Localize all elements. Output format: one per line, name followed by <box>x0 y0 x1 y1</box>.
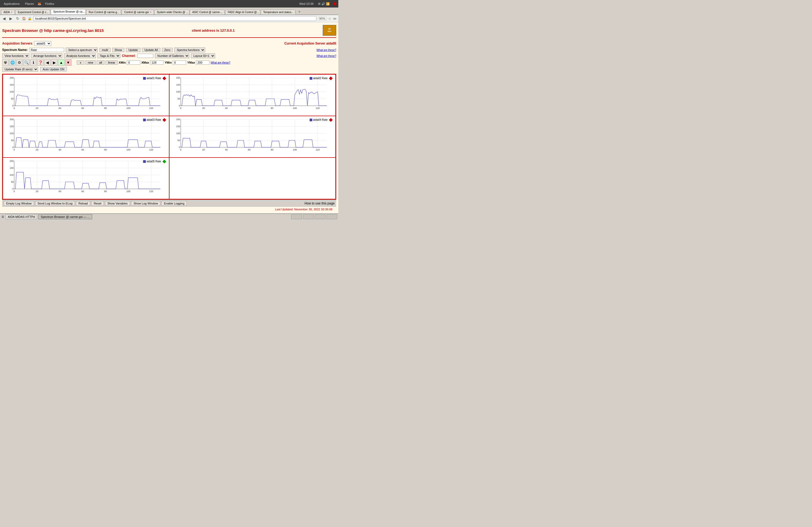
current-server-label: Current Acquisition Server aida05 <box>284 42 336 45</box>
what-are-these-3[interactable]: What are these? <box>211 61 230 64</box>
desktop-icon: 🖥 <box>1 215 4 219</box>
tab-close-aida[interactable]: × <box>11 11 12 14</box>
tab-temperature[interactable]: Temperature and status... × <box>261 10 296 15</box>
x-button[interactable]: x <box>77 60 84 65</box>
tags-fits-dropdown[interactable]: Tags & Fits <box>98 54 120 58</box>
tab-experiment-control[interactable]: Experiment Control @ c... × <box>15 10 50 15</box>
globe-icon-btn[interactable]: 🌐 <box>9 59 16 66</box>
taskbar-bottom: 🖥 AIDA MIDAS HTTPd Spectrum Browser @ ca… <box>0 213 338 220</box>
show-button[interactable]: Show <box>112 48 125 52</box>
update-button[interactable]: Update <box>126 48 140 52</box>
home-icon: 🏠 <box>22 17 26 20</box>
xmax-label: XMax <box>141 61 149 64</box>
show-variables-button[interactable]: Show Variables <box>105 201 130 206</box>
radiation-icon-btn[interactable]: ☢ <box>2 59 9 66</box>
next-icon-btn[interactable]: ▶ <box>51 59 57 66</box>
view-functions-dropdown[interactable]: View functions <box>2 54 29 58</box>
what-are-these-2[interactable]: What are these? <box>317 55 336 57</box>
channel-input[interactable] <box>137 54 153 58</box>
back-button[interactable]: ◀ <box>2 16 7 21</box>
send-log-elog-button[interactable]: Send Log Window to ELog <box>35 201 75 206</box>
places-menu[interactable]: Places <box>23 2 35 6</box>
chart-legend-box-5 <box>143 160 146 163</box>
acq-server-select[interactable]: aida05 <box>34 41 51 46</box>
applications-menu[interactable]: Applications <box>2 2 21 6</box>
number-of-galleries-dropdown[interactable]: Number of Galleries <box>155 54 189 58</box>
select-spectrum-dropdown[interactable]: Select a spectrum <box>66 47 98 52</box>
channel-label: Channel: <box>122 54 135 58</box>
clock: Wed 10:36 <box>300 2 314 5</box>
page-content: Spectrum Browser @ http carme-gsi.cryrin… <box>0 22 338 213</box>
page-title: Spectrum Browser @ http carme-gsi.cryrin… <box>2 28 104 33</box>
chart-diamond-3 <box>162 118 166 122</box>
tab-aida[interactable]: AIDA × <box>1 10 15 15</box>
nav-bar: ◀ ▶ ↻ 🏠 🔒 90% ☆ ≫ <box>0 15 338 22</box>
new-tab-button[interactable]: + <box>296 9 303 15</box>
tab-fadc[interactable]: FADC Align & Control @... × <box>225 10 260 15</box>
reset-button[interactable]: Reset <box>91 201 104 206</box>
xmin-input[interactable] <box>127 60 140 65</box>
last-updated: Last Updated: November 30, 2022 10:36:08 <box>275 208 335 211</box>
more-icon[interactable]: ≫ <box>333 17 337 21</box>
what-are-these-1[interactable]: What are these? <box>317 48 336 51</box>
tab-close-run[interactable]: × <box>120 11 121 14</box>
new-button[interactable]: new <box>85 60 96 65</box>
top-taskbar: Applications Places 🦊 Firefox Wed 10:36 … <box>0 0 338 7</box>
chart-title-5: aida05 Rate <box>143 160 166 163</box>
multi-button[interactable]: multi <box>99 48 110 52</box>
all-button[interactable]: all <box>97 60 104 65</box>
ymin-input[interactable] <box>173 60 186 65</box>
browser-frame: AIDA × Experiment Control @ c... × Spect… <box>0 7 338 213</box>
indicator-1 <box>291 214 302 219</box>
power-icon[interactable] <box>333 2 336 5</box>
settings-icon-btn[interactable]: ⚙ <box>16 59 23 66</box>
tab-close-temp[interactable]: × <box>294 11 296 14</box>
auto-update-button[interactable]: Auto Update ON <box>40 67 67 71</box>
tab-control[interactable]: Control @ carme-gsi × <box>122 10 154 15</box>
info-icon-btn[interactable]: ℹ <box>30 59 37 66</box>
controls-row1: Spectrum Name: Select a spectrum multi S… <box>2 47 336 52</box>
show-log-window-button[interactable]: Show Log Window <box>131 201 160 206</box>
chart-cell-2: aida02 Rate <box>169 74 336 116</box>
controls-row2: View functions Arrange functions Analysi… <box>2 54 336 58</box>
tab-run-control[interactable]: Run Control @ carme-g... × <box>86 10 121 15</box>
reload-button[interactable]: ↻ <box>15 16 20 21</box>
prev-icon-btn[interactable]: ◀ <box>44 59 50 66</box>
layout-id-dropdown[interactable]: Layout ID=1 <box>191 54 215 58</box>
arrange-functions-dropdown[interactable]: Arrange functions <box>31 54 62 58</box>
tab-close-control[interactable]: × <box>150 11 151 14</box>
enable-logging-button[interactable]: Enable Logging <box>161 201 187 206</box>
forward-button[interactable]: ▶ <box>8 16 13 21</box>
tab-asic-control[interactable]: ASIC Control @ carme-... × <box>190 10 225 15</box>
empty-log-window-button[interactable]: Empty Log Window <box>4 201 34 206</box>
xmax-input[interactable] <box>150 60 163 65</box>
tab-system-checks[interactable]: System wide Checks @ ... × <box>155 10 189 15</box>
analysis-functions-dropdown[interactable]: Analysis functions <box>64 54 96 58</box>
down-icon-btn[interactable]: ▼ <box>65 59 71 66</box>
tab-bar: AIDA × Experiment Control @ c... × Spect… <box>0 7 338 15</box>
up-icon-btn[interactable]: ▲ <box>58 59 64 66</box>
reload-button-bottom[interactable]: Reload <box>76 201 90 206</box>
chart-canvas-2 <box>171 76 329 110</box>
help-icon-btn[interactable]: ❓ <box>37 59 44 66</box>
address-bar[interactable] <box>33 16 316 21</box>
tab-close-asic[interactable]: × <box>224 11 224 14</box>
zero-button[interactable]: Zero <box>162 48 173 52</box>
how-to-use-link[interactable]: How to use this page <box>305 201 335 205</box>
update-all-button[interactable]: Update All <box>142 48 160 52</box>
linear-button[interactable]: linear <box>105 60 118 65</box>
zoom-icon-btn[interactable]: 🔍 <box>23 59 30 66</box>
taskbar-app-spectrum-label: Spectrum Browser @ carme-gsi — ... <box>41 215 90 219</box>
chart-cell-4: aida04 Rate <box>169 116 336 157</box>
taskbar-indicators <box>291 214 337 219</box>
update-rate-dropdown[interactable]: Update Rate (8 secs) <box>2 67 38 72</box>
tab-close-experiment[interactable]: × <box>50 11 50 14</box>
ymax-input[interactable] <box>196 60 209 65</box>
taskbar-app-spectrum[interactable]: Spectrum Browser @ carme-gsi — ... <box>39 214 92 219</box>
spectra-functions-dropdown[interactable]: Spectra functions <box>174 47 205 52</box>
charts-container: aida01 Rate aida02 Rate <box>2 74 336 200</box>
spectrum-name-input[interactable] <box>29 48 64 52</box>
bookmark-icon[interactable]: ☆ <box>328 17 331 21</box>
taskbar-app-aida[interactable]: AIDA MIDAS HTTPd <box>5 214 37 219</box>
tab-spectrum-browser[interactable]: Spectrum Browser @ ca... × <box>51 9 86 15</box>
